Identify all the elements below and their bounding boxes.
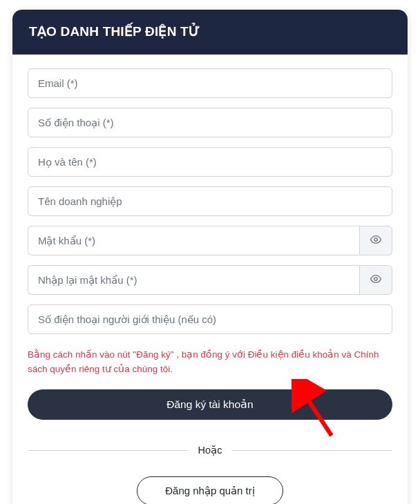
password-group	[28, 226, 392, 255]
svg-point-1	[374, 277, 378, 280]
fullname-field[interactable]	[28, 147, 392, 177]
password-field[interactable]	[28, 226, 359, 255]
toggle-confirm-password-visibility-button[interactable]	[359, 265, 392, 295]
toggle-password-visibility-button[interactable]	[359, 226, 392, 255]
admin-login-button[interactable]: Đăng nhập quản trị	[137, 476, 283, 504]
email-field[interactable]	[28, 68, 392, 98]
registration-card: TẠO DANH THIẾP ĐIỆN TỬ Bằng cách nhấn	[12, 10, 408, 504]
referral-phone-field[interactable]	[28, 304, 392, 334]
terms-text: Bằng cách nhấn vào nút "Đăng ký" , bạn đ…	[28, 348, 392, 377]
business-name-field[interactable]	[28, 186, 392, 216]
eye-icon	[370, 273, 382, 288]
eye-icon	[370, 233, 382, 249]
page-title: TẠO DANH THIẾP ĐIỆN TỬ	[29, 23, 391, 39]
divider: Hoặc	[28, 443, 392, 457]
card-header: TẠO DANH THIẾP ĐIỆN TỬ	[12, 10, 408, 55]
card-body: Bằng cách nhấn vào nút "Đăng ký" , bạn đ…	[12, 55, 408, 504]
divider-label: Hoặc	[189, 445, 232, 456]
confirm-password-field[interactable]	[28, 265, 359, 295]
phone-field[interactable]	[28, 108, 392, 137]
register-button[interactable]: Đăng ký tài khoản	[28, 389, 392, 420]
admin-login-wrap: Đăng nhập quản trị	[28, 476, 392, 504]
confirm-password-group	[28, 265, 392, 295]
svg-point-0	[374, 238, 378, 241]
